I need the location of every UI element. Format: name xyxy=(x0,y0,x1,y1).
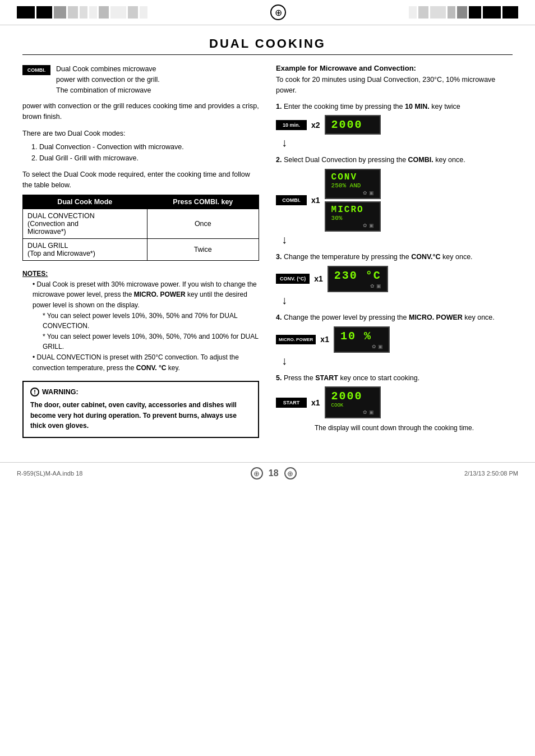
step-4-arrow: ↓ xyxy=(282,355,513,366)
combi-badge: COMBI. xyxy=(22,65,50,75)
footer-circle: ⊕ xyxy=(251,467,263,480)
header-block xyxy=(68,6,78,19)
intro-continuation: power with convection or the grill reduc… xyxy=(22,101,259,122)
page-content: DUAL COOKING COMBI. Dual Cook combines m… xyxy=(0,25,535,457)
notes-list: Dual Cook is preset with 30% microwave p… xyxy=(28,279,259,373)
modes-list: 1. Dual Convection - Convection with mic… xyxy=(31,141,259,164)
left-column: COMBI. Dual Cook combines microwave powe… xyxy=(22,64,259,440)
step-5-header: 5. Press the START key once to start coo… xyxy=(276,373,513,384)
step-2-display-top: CONV 250% AND ✿▣ xyxy=(325,169,381,199)
step-4-count: x1 xyxy=(320,335,329,344)
step-2-visual: COMBI. x1 CONV 250% AND ✿▣ MICRO 30% ✿▣ xyxy=(276,169,513,232)
right-column: Example for Microwave and Convection: To… xyxy=(276,64,513,440)
warning-label: WARNING: xyxy=(42,388,79,396)
table-cell-press1: Once xyxy=(147,209,259,239)
header-block xyxy=(457,6,467,19)
step-2-arrow: ↓ xyxy=(282,234,513,245)
header-block xyxy=(502,6,518,19)
intro-line2: power with convection or the grill. xyxy=(56,76,160,84)
table-cell-mode1: DUAL CONVECTION(Convection andMicrowave*… xyxy=(23,209,147,239)
example-desc: To cook for 20 minutes using Dual Convec… xyxy=(276,75,513,96)
header-block xyxy=(99,6,109,19)
step-5-count: x1 xyxy=(311,398,320,407)
crosshair-icon: ⊕ xyxy=(275,7,282,18)
step-4-key-btn: MICRO. POWER xyxy=(276,335,316,344)
header-right-blocks xyxy=(409,6,518,19)
display-countdown-note: The display will count down through the … xyxy=(276,423,513,433)
header-block xyxy=(418,6,428,19)
step-1: 1. Enter the cooking time by pressing th… xyxy=(276,102,513,149)
table-header-mode: Dual Cook Mode xyxy=(23,195,147,209)
header-block xyxy=(128,6,138,19)
intro-line1: Dual Cook combines microwave xyxy=(56,65,156,73)
step-5-visual: START x1 2000 COOK ✿▣ xyxy=(276,386,513,418)
header-block xyxy=(80,6,87,19)
page-number: 18 xyxy=(269,468,279,478)
header: ⊕ xyxy=(0,0,535,25)
table-row: DUAL CONVECTION(Convection andMicrowave*… xyxy=(23,209,259,239)
step-4-key: MICRO. POWER xyxy=(409,314,463,321)
header-block xyxy=(17,6,35,19)
step-3-count: x1 xyxy=(314,274,323,283)
step-3-arrow: ↓ xyxy=(282,294,513,306)
header-block xyxy=(36,6,52,19)
header-block xyxy=(54,6,66,19)
header-block xyxy=(140,6,147,19)
modes-intro-text: There are two Dual Cook modes: xyxy=(22,128,259,139)
step-4: 4. Change the power level by pressing th… xyxy=(276,312,513,366)
warning-icon: ! xyxy=(30,388,39,397)
step-1-arrow: ↓ xyxy=(282,137,513,148)
header-block xyxy=(483,6,501,19)
step-2-key-btn: COMBI. xyxy=(276,195,307,205)
step-5-display: 2000 COOK ✿▣ xyxy=(325,386,381,418)
step-2: 2. Select Dual Convection by pressing th… xyxy=(276,155,513,245)
step-3-visual: CONV. (°C) x1 230 °C ✿▣ xyxy=(276,266,513,292)
header-left-blocks xyxy=(17,6,147,19)
table-cell-mode2: DUAL GRILL(Top and Microwave*) xyxy=(23,239,147,261)
table-cell-press2: Twice xyxy=(147,239,259,261)
select-instructions: To select the Dual Cook mode required, e… xyxy=(22,169,259,191)
notes-section: NOTES: Dual Cook is preset with 30% micr… xyxy=(22,269,259,373)
header-block xyxy=(469,6,481,19)
page-title: DUAL COOKING xyxy=(22,36,513,55)
step-1-display: 2000 xyxy=(325,115,381,135)
step-5: 5. Press the START key once to start coo… xyxy=(276,373,513,434)
header-block xyxy=(110,6,126,19)
warning-text: The door, outer cabinet, oven cavity, ac… xyxy=(30,400,251,431)
step-1-visual: 10 min. x2 2000 xyxy=(276,115,513,135)
note-item-2: DUAL CONVECTION is preset with 250°C con… xyxy=(28,352,259,373)
footer-right: 2/13/13 2:50:08 PM xyxy=(464,470,518,477)
step-1-count: x2 xyxy=(311,121,320,130)
header-block xyxy=(89,6,97,19)
header-center-circle: ⊕ xyxy=(270,4,286,20)
step-3-display: 230 °C ✿▣ xyxy=(328,266,388,292)
table-row: DUAL GRILL(Top and Microwave*) Twice xyxy=(23,239,259,261)
step-5-key-btn: START xyxy=(276,398,307,408)
dual-cook-table: Dual Cook Mode Press COMBI. key DUAL CON… xyxy=(22,195,259,261)
intro-text: Dual Cook combines microwave power with … xyxy=(56,64,160,95)
step-1-key: 10 MIN. xyxy=(405,103,430,110)
step-2-key: COMBI. xyxy=(408,156,433,164)
notes-sublist: You can select power levels 10%, 30%, 50… xyxy=(38,311,259,352)
step-3-key-btn: CONV. (°C) xyxy=(276,274,310,284)
header-block xyxy=(409,6,417,19)
header-block xyxy=(430,6,446,19)
warning-box: ! WARNING: The door, outer cabinet, oven… xyxy=(22,381,259,438)
example-title: Example for Microwave and Convection: xyxy=(276,64,513,72)
step-3-header: 3. Change the temperature by pressing th… xyxy=(276,252,513,262)
step-2-count: x1 xyxy=(311,196,320,205)
header-block xyxy=(448,6,455,19)
two-column-layout: COMBI. Dual Cook combines microwave powe… xyxy=(22,64,513,440)
step-4-display: 10 % ✿▣ xyxy=(334,326,390,353)
note-sub-1: You can select power levels 10%, 30%, 50… xyxy=(38,311,259,331)
footer-left: R-959(SL)M-AA.indb 18 xyxy=(17,470,82,477)
footer-circle-right: ⊕ xyxy=(284,467,297,480)
step-2-display-bottom: MICRO 30% ✿▣ xyxy=(325,201,381,232)
footer: R-959(SL)M-AA.indb 18 ⊕ 18 ⊕ 2/13/13 2:5… xyxy=(0,462,535,484)
step-3: 3. Change the temperature by pressing th… xyxy=(276,252,513,306)
note-sub-2: You can select power levels 10%, 30%, 50… xyxy=(38,331,259,352)
warning-title: ! WARNING: xyxy=(30,388,251,397)
combi-intro-section: COMBI. Dual Cook combines microwave powe… xyxy=(22,64,259,95)
step-4-visual: MICRO. POWER x1 10 % ✿▣ xyxy=(276,326,513,353)
notes-title: NOTES: xyxy=(22,269,259,279)
